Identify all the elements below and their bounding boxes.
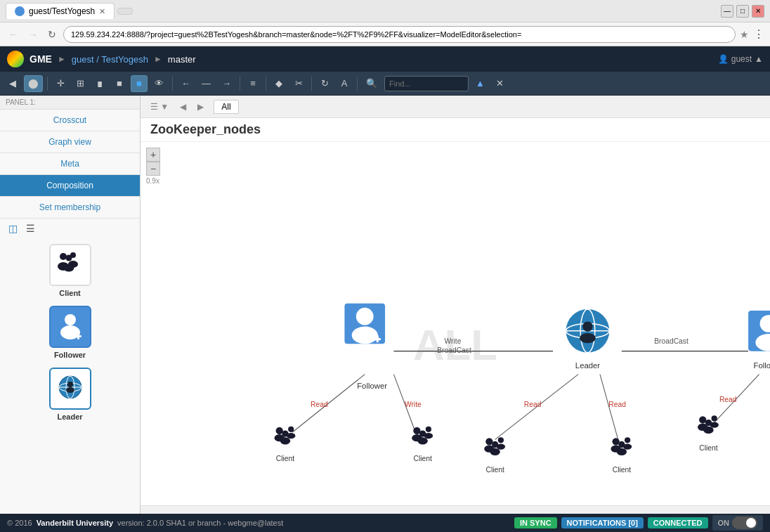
node-client5[interactable] [698,415,719,434]
text-btn[interactable]: A [336,75,353,92]
forward-btn[interactable]: → [25,27,41,41]
search-btn[interactable]: 🔍 [362,75,381,92]
canvas-tab-all[interactable]: All [214,100,238,114]
palette-label-client: Client [59,289,81,297]
palette-item-client[interactable]: Client [49,244,91,297]
edge-label-broadcast1: BroadCast [437,346,471,354]
bookmark-star-icon[interactable]: ★ [740,29,749,40]
svg-point-44 [485,438,492,445]
toggle-switch[interactable] [732,517,757,529]
user-info[interactable]: 👤 guest ▲ [718,54,763,64]
refresh-btn[interactable]: ↻ [45,27,59,41]
badge-connected[interactable]: CONNECTED [648,517,708,528]
svg-point-58 [712,415,717,421]
address-input[interactable] [63,26,736,43]
eye-btn[interactable]: 👁 [150,75,168,92]
svg-point-43 [417,437,427,444]
label-client3: Client [485,466,504,474]
edge-label-read4: Read [608,401,626,408]
tab-close-btn[interactable]: ✕ [99,7,105,16]
browser-menu-btn[interactable]: ⋮ [753,27,764,41]
move-btn[interactable]: ✛ [52,75,69,92]
grid-btn[interactable]: ⊞ [72,75,89,92]
corner-btn[interactable]: ∎ [91,75,108,92]
badge-in-sync[interactable]: IN SYNC [514,517,557,528]
browser-tab[interactable]: guest/TestYogesh ✕ [6,3,115,19]
svg-point-49 [490,448,500,455]
label-leader: Leader [575,361,600,370]
undo-left-btn[interactable]: ← [177,75,195,92]
badge-on: ON [712,515,764,531]
node-client1[interactable] [275,427,296,445]
toggle-knob [746,518,756,528]
canvas-next-btn[interactable]: ▶ [193,100,208,113]
edge-label-write2: Write [405,401,422,408]
label-client1: Client [276,455,294,462]
palette-grid: Client [0,238,140,514]
new-tab-btn[interactable] [117,8,133,15]
palette-icon-client [49,244,91,286]
status-badges: IN SYNC NOTIFICATIONS [0] CONNECTED ON [514,515,763,531]
svg-point-36 [282,430,288,436]
badge-notifications[interactable]: NOTIFICATIONS [0] [561,517,644,528]
palette-grid-btn[interactable]: ◫ [6,221,20,235]
fill-btn[interactable]: ◆ [270,75,287,92]
svg-point-25 [582,321,592,331]
palette-list-btn[interactable]: ☰ [23,221,38,235]
label-follower1: Follower [357,382,387,390]
palette-icon-leader [49,368,91,410]
gme-logo [7,51,24,67]
rotate-btn[interactable]: ↻ [316,75,333,92]
zoom-out-btn[interactable]: − [146,162,160,176]
close-btn[interactable]: ✕ [752,5,764,18]
redo-right-btn[interactable]: → [218,75,235,92]
zoom-level: 0.9x [146,177,160,185]
minimize-btn[interactable]: — [721,5,733,18]
node-client4[interactable] [611,437,632,455]
canvas-body[interactable]: + − 0.9x ALL Write BroadCast BroadCast R… [141,142,770,505]
back-btn[interactable]: ← [6,27,21,41]
palette-item-leader[interactable]: Leader [49,368,91,421]
svg-point-18 [352,327,378,344]
canvas-list-btn[interactable]: ☰ ▼ [146,100,173,113]
select-btn[interactable]: ■ [111,75,128,92]
svg-point-56 [699,416,706,423]
tab-title: guest/TestYogesh [29,6,95,16]
save-btn[interactable]: ⬤ [24,75,43,92]
line-btn[interactable]: — [197,75,215,92]
nav-item-graphview[interactable]: Graph view [0,131,140,153]
branch-name: master [168,54,196,65]
edge-label-broadcast2: BroadCast [654,337,689,345]
find-go-btn[interactable]: ▲ [471,75,489,92]
palette-item-follower[interactable]: Follower [49,306,91,359]
nav-item-crosscut[interactable]: Crosscut [0,110,140,131]
svg-point-6 [65,314,76,325]
label-follower2: Follower [754,361,770,370]
find-input[interactable] [384,76,469,91]
back-tool-btn[interactable]: ◀ [4,75,21,92]
highlight-btn[interactable]: ■ [131,75,148,92]
scissors-btn[interactable]: ✂ [290,75,307,92]
svg-point-54 [618,441,625,448]
zoom-in-btn[interactable]: + [146,148,160,162]
node-follower1[interactable] [344,304,385,344]
nav-item-composition[interactable]: Composition [0,175,140,196]
canvas-prev-btn[interactable]: ◀ [176,100,190,113]
project-link[interactable]: guest / TestYogesh [72,54,148,65]
svg-point-32 [276,427,283,434]
node-leader[interactable] [566,309,610,353]
find-clear-btn[interactable]: ✕ [492,75,509,92]
node-follower2[interactable] [748,311,770,351]
tab-favicon [15,6,25,16]
browser-title-bar: guest/TestYogesh ✕ — □ ✕ [0,0,770,22]
user-icon: 👤 [718,54,729,64]
canvas-scrollbar[interactable] [141,505,770,514]
nav-item-meta[interactable]: Meta [0,153,140,174]
node-client3[interactable] [484,437,505,455]
node-client2[interactable] [412,427,433,445]
svg-rect-20 [377,335,379,342]
panel-label: PANEL 1: [0,96,140,110]
nav-item-setmembership[interactable]: Set membership [0,197,140,218]
maximize-btn[interactable]: □ [736,5,749,18]
align-btn[interactable]: ≡ [244,75,261,92]
